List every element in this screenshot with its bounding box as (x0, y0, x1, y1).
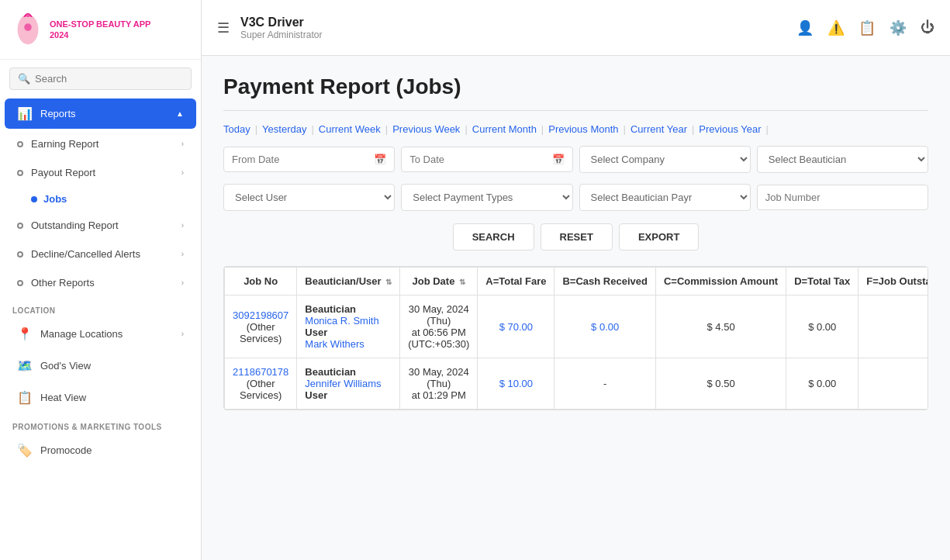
promocode-icon: 🏷️ (17, 443, 33, 458)
action-buttons: SEARCH RESET EXPORT (223, 223, 928, 251)
outstanding-dot-icon (17, 223, 23, 229)
table-row: 2118670178 (Other Services) Beautician J… (225, 358, 929, 410)
filter-previous-week[interactable]: Previous Week (392, 123, 460, 135)
sidebar-item-manage-locations[interactable]: 📍 Manage Locations › (5, 319, 196, 349)
search-icon: 🔍 (18, 73, 30, 85)
job-number-input[interactable] (765, 192, 920, 203)
to-date-input[interactable] (409, 154, 547, 165)
select-beautician-pay[interactable]: Select Beautician Payr (579, 184, 751, 211)
clipboard-icon[interactable]: 📋 (858, 19, 876, 36)
user-label-1: User (305, 327, 327, 338)
filter-yesterday[interactable]: Yesterday (262, 123, 306, 135)
topbar-actions: 👤 ⚠️ 📋 ⚙️ ⏻ (796, 19, 934, 36)
cash-received-link-1[interactable]: $ 0.00 (591, 321, 619, 333)
main-content: ☰ V3C Driver Super Administrator 👤 ⚠️ 📋 … (202, 0, 950, 560)
sidebar-item-outstanding-report[interactable]: Outstanding Report › (5, 212, 196, 239)
outstanding-chevron: › (181, 221, 184, 230)
outstanding-2: - (858, 358, 928, 410)
search-button[interactable]: SEARCH (453, 223, 534, 251)
job-no-link-2[interactable]: 2118670178 (233, 366, 288, 378)
sidebar-search[interactable]: 🔍 (9, 67, 192, 90)
heat-view-icon: 📋 (17, 390, 33, 405)
jobs-dot-icon (31, 196, 37, 202)
beautician-name-2[interactable]: Jennifer Williams (305, 378, 381, 389)
header-job-outstanding: F=Job Outstanding Amount (858, 268, 928, 296)
other-dot-icon (17, 280, 23, 286)
user-label-2: User (305, 389, 327, 401)
reports-chevron: ▲ (176, 109, 184, 118)
alert-icon[interactable]: ⚠️ (827, 19, 845, 36)
header-commission-amount: C=Commission Amount (655, 268, 786, 296)
select-payment-types[interactable]: Select Payment Types (401, 184, 572, 211)
select-user[interactable]: Select User (223, 184, 395, 211)
gods-view-icon: 🗺️ (17, 358, 33, 373)
reports-icon: 📊 (17, 106, 33, 121)
filter-current-month[interactable]: Current Month (472, 123, 537, 135)
job-no-sub-2: (Other Services) (240, 378, 282, 401)
from-date-input[interactable] (232, 154, 369, 165)
commission-2: $ 0.50 (655, 358, 786, 410)
page-content: Payment Report (Jobs) Today | Yesterday … (202, 56, 950, 560)
promocode-label: Promocode (40, 444, 184, 456)
select-company[interactable]: Select Company (579, 146, 751, 173)
page-title: Payment Report (Jobs) (223, 74, 928, 99)
settings-icon[interactable]: ⚙️ (890, 19, 907, 36)
user-icon[interactable]: 👤 (796, 19, 814, 36)
total-fare-link-2[interactable]: $ 10.00 (499, 378, 533, 389)
sidebar-item-other-reports[interactable]: Other Reports › (5, 269, 196, 296)
filter-today[interactable]: Today (223, 123, 250, 135)
cash-received-2: - (554, 358, 655, 410)
sort-arrow-beautician[interactable]: ⇅ (385, 278, 392, 286)
app-year: 2024 (50, 29, 150, 40)
sidebar-item-gods-view[interactable]: 🗺️ God's View (5, 351, 196, 381)
sidebar-item-promocode[interactable]: 🏷️ Promocode (5, 435, 196, 465)
sort-arrow-date[interactable]: ⇅ (459, 278, 465, 286)
filter-previous-month[interactable]: Previous Month (548, 123, 618, 135)
heat-view-label: Heat View (40, 392, 184, 403)
beautician-label-1: Beautician (305, 303, 356, 315)
sidebar-reports-label: Reports (40, 108, 168, 119)
decline-chevron: › (181, 250, 184, 258)
filter-current-year[interactable]: Current Year (630, 123, 687, 135)
commission-1: $ 4.50 (655, 296, 786, 358)
payment-table: Job No Beautician/User ⇅ Job Date ⇅ A=To… (224, 267, 928, 410)
filter-previous-year[interactable]: Previous Year (699, 123, 761, 135)
location-icon: 📍 (17, 327, 33, 341)
beautician-user-1: Beautician Monica R. Smith User Mark Wit… (297, 296, 400, 358)
topbar-user: V3C Driver (240, 16, 786, 29)
decline-dot-icon (17, 251, 23, 258)
total-fare-link-1[interactable]: $ 70.00 (499, 321, 533, 333)
logo: ONE-STOP BEAUTY APP 2024 (0, 0, 201, 60)
hamburger-icon[interactable]: ☰ (217, 19, 230, 36)
user-name-1[interactable]: Mark Withers (305, 338, 364, 350)
sidebar-item-reports[interactable]: 📊 Reports ▲ (5, 99, 196, 129)
sidebar-item-heat-view[interactable]: 📋 Heat View (5, 382, 196, 413)
sidebar-item-decline-cancelled[interactable]: Decline/Cancelled Alerts › (5, 240, 196, 268)
header-total-tax: D=Total Tax (786, 268, 858, 296)
other-chevron: › (181, 278, 184, 287)
sidebar-subitem-jobs[interactable]: Jobs (0, 187, 201, 211)
svg-point-1 (24, 23, 32, 31)
location-section-label: LOCATION (0, 297, 201, 318)
filter-row-2: Select User Select Payment Types Select … (223, 184, 928, 211)
outstanding-1: - (858, 296, 928, 358)
job-number-field[interactable] (757, 185, 928, 210)
from-date-field[interactable]: 📅 (223, 147, 395, 172)
reset-button[interactable]: RESET (541, 223, 613, 251)
filter-current-week[interactable]: Current Week (319, 123, 381, 135)
beautician-name-1[interactable]: Monica R. Smith (305, 315, 378, 327)
payout-dot-icon (17, 170, 23, 176)
job-no-link-1[interactable]: 3092198607 (233, 309, 288, 321)
to-date-field[interactable]: 📅 (401, 147, 572, 172)
sidebar-item-payout-report[interactable]: Payout Report › (5, 159, 196, 186)
export-button[interactable]: EXPORT (619, 223, 699, 251)
header-job-date: Job Date ⇅ (400, 268, 478, 296)
header-cash-received: B=Cash Received (554, 268, 655, 296)
sidebar-item-earning-report[interactable]: Earning Report › (5, 130, 196, 157)
total-fare-2: $ 10.00 (478, 358, 554, 410)
app-name: ONE-STOP BEAUTY APP (50, 19, 150, 29)
sidebar: ONE-STOP BEAUTY APP 2024 🔍 📊 Reports ▲ E… (0, 0, 202, 560)
select-beautician[interactable]: Select Beautician (757, 146, 928, 173)
search-input[interactable] (35, 73, 183, 85)
power-icon[interactable]: ⏻ (921, 19, 934, 36)
